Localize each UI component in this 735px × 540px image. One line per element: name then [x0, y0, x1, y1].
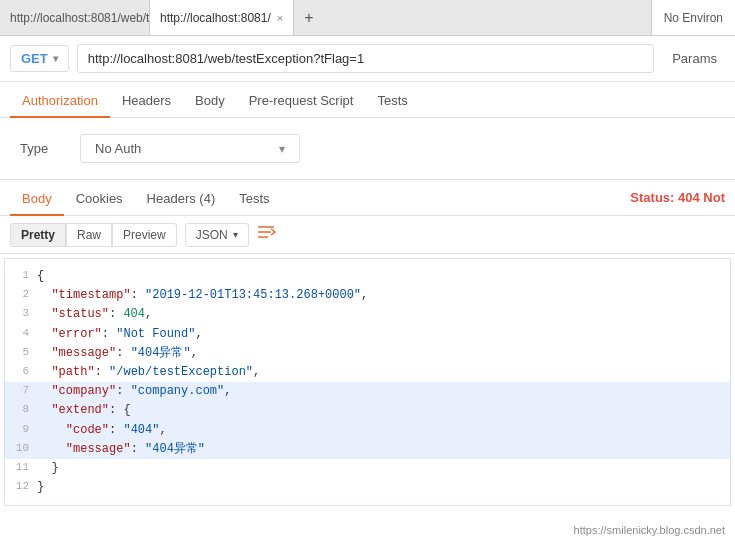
line-number: 10 — [9, 440, 37, 459]
line-number: 4 — [9, 325, 37, 344]
browser-tab-1[interactable]: http://localhost:8081/web/t — [0, 0, 150, 35]
line-content: "timestamp": "2019-12-01T13:45:13.268+00… — [37, 286, 368, 305]
line-number: 12 — [9, 478, 37, 497]
table-row: 4 "error": "Not Found", — [5, 325, 730, 344]
auth-type-dropdown[interactable]: No Auth ▾ — [80, 134, 300, 163]
browser-tab-2[interactable]: http://localhost:8081/ × — [150, 0, 294, 35]
resp-tab-body[interactable]: Body — [10, 183, 64, 216]
tab-add-button[interactable]: + — [294, 0, 323, 35]
tab-authorization[interactable]: Authorization — [10, 85, 110, 118]
type-label: Type — [20, 141, 60, 156]
format-dropdown[interactable]: JSON ▾ — [185, 223, 249, 247]
line-number: 3 — [9, 305, 37, 324]
status-label: Status: — [630, 190, 674, 205]
preview-button[interactable]: Preview — [112, 223, 177, 247]
tab-close-icon[interactable]: × — [277, 12, 283, 24]
response-body: 1{2 "timestamp": "2019-12-01T13:45:13.26… — [0, 254, 735, 540]
line-content: } — [37, 459, 59, 478]
wrap-icon[interactable] — [257, 224, 277, 245]
table-row: 3 "status": 404, — [5, 305, 730, 324]
status-badge: Status: 404 Not — [630, 190, 725, 205]
line-number: 1 — [9, 267, 37, 286]
tab-pre-request-script[interactable]: Pre-request Script — [237, 85, 366, 118]
table-row: 5 "message": "404异常", — [5, 344, 730, 363]
format-bar: Pretty Raw Preview JSON ▾ — [0, 216, 735, 254]
table-row: 10 "message": "404异常" — [5, 440, 730, 459]
format-label: JSON — [196, 228, 228, 242]
method-dropdown[interactable]: GET ▾ — [10, 45, 69, 72]
line-content: "code": "404", — [37, 421, 167, 440]
table-row: 8 "extend": { — [5, 401, 730, 420]
table-row: 11 } — [5, 459, 730, 478]
tab-body[interactable]: Body — [183, 85, 237, 118]
status-value: 404 Not — [678, 190, 725, 205]
watermark: https://smilenicky.blog.csdn.net — [564, 520, 735, 540]
table-row: 9 "code": "404", — [5, 421, 730, 440]
line-content: "company": "company.com", — [37, 382, 231, 401]
line-content: "extend": { — [37, 401, 131, 420]
line-content: "message": "404异常" — [37, 440, 205, 459]
line-content: { — [37, 267, 44, 286]
resp-tab-headers[interactable]: Headers (4) — [135, 183, 228, 216]
line-number: 8 — [9, 401, 37, 420]
line-number: 6 — [9, 363, 37, 382]
environment-selector[interactable]: No Environ — [651, 0, 735, 35]
table-row: 2 "timestamp": "2019-12-01T13:45:13.268+… — [5, 286, 730, 305]
code-display: 1{2 "timestamp": "2019-12-01T13:45:13.26… — [4, 258, 731, 506]
response-tabs: Body Cookies Headers (4) Tests — [10, 180, 282, 215]
raw-button[interactable]: Raw — [66, 223, 112, 247]
tab-headers[interactable]: Headers — [110, 85, 183, 118]
line-number: 9 — [9, 421, 37, 440]
resp-tab-tests[interactable]: Tests — [227, 183, 281, 216]
params-button[interactable]: Params — [664, 46, 725, 71]
request-tabs: Authorization Headers Body Pre-request S… — [0, 82, 735, 118]
request-toolbar: GET ▾ Params — [0, 36, 735, 82]
method-arrow-icon: ▾ — [53, 53, 58, 64]
tab-label-1: http://localhost:8081/web/t — [10, 11, 149, 25]
line-number: 11 — [9, 459, 37, 478]
line-content: "path": "/web/testException", — [37, 363, 260, 382]
line-content: "message": "404异常", — [37, 344, 198, 363]
line-number: 5 — [9, 344, 37, 363]
tab-tests[interactable]: Tests — [365, 85, 419, 118]
table-row: 12} — [5, 478, 730, 497]
response-header: Body Cookies Headers (4) Tests Status: 4… — [0, 180, 735, 216]
format-arrow-icon: ▾ — [233, 229, 238, 240]
resp-tab-cookies[interactable]: Cookies — [64, 183, 135, 216]
auth-arrow-icon: ▾ — [279, 142, 285, 156]
method-label: GET — [21, 51, 48, 66]
line-content: } — [37, 478, 44, 497]
browser-tab-bar: http://localhost:8081/web/t http://local… — [0, 0, 735, 36]
auth-section: Type No Auth ▾ — [0, 118, 735, 180]
line-number: 2 — [9, 286, 37, 305]
line-content: "status": 404, — [37, 305, 152, 324]
table-row: 1{ — [5, 267, 730, 286]
auth-type-value: No Auth — [95, 141, 141, 156]
line-number: 7 — [9, 382, 37, 401]
pretty-button[interactable]: Pretty — [10, 223, 66, 247]
line-content: "error": "Not Found", — [37, 325, 203, 344]
table-row: 6 "path": "/web/testException", — [5, 363, 730, 382]
tab-label-2: http://localhost:8081/ — [160, 11, 271, 25]
table-row: 7 "company": "company.com", — [5, 382, 730, 401]
url-input[interactable] — [77, 44, 654, 73]
